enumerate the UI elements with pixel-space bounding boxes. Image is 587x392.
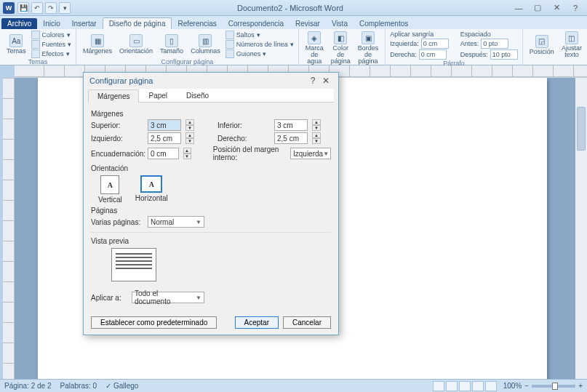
- page-color-button[interactable]: ◧Color de página: [329, 31, 353, 65]
- breaks-button[interactable]: Saltos ▾: [225, 31, 294, 39]
- bottom-margin-label: Inferior:: [217, 121, 270, 129]
- zoom-in-button[interactable]: +: [578, 382, 583, 390]
- hyphenation-button[interactable]: Guiones ▾: [225, 49, 294, 58]
- view-fullscreen-button[interactable]: [446, 381, 458, 391]
- orientation-icon: ▭: [129, 34, 143, 47]
- vertical-scrollbar[interactable]: [575, 78, 587, 379]
- ribbon-group-themes: Aa Temas Colores ▾ Fuentes ▾ Efectos ▾ T…: [0, 29, 76, 65]
- ribbon-group-arrange: ◲Posición ◫Ajustar texto Traer adelante …: [523, 29, 587, 65]
- tab-review[interactable]: Revisar: [289, 18, 326, 29]
- orientation-landscape[interactable]: A Horizontal: [135, 175, 168, 204]
- fonts-icon: [31, 40, 40, 49]
- window-title: Documento2 - Microsoft Word: [71, 4, 510, 12]
- qat-more-icon[interactable]: ▾: [59, 2, 71, 14]
- tab-view[interactable]: Vista: [326, 18, 354, 29]
- dialog-title-bar[interactable]: Configurar página ? ✕: [84, 73, 338, 89]
- tab-insert[interactable]: Insertar: [66, 18, 103, 29]
- tab-file[interactable]: Archivo: [1, 18, 37, 29]
- apply-to-combo[interactable]: Todo el documento▼: [132, 292, 204, 303]
- tab-references[interactable]: Referencias: [172, 18, 222, 29]
- top-margin-input[interactable]: 3 cm: [148, 119, 181, 131]
- status-bar: Página: 2 de 2 Palabras: 0 ✓ Gallego 100…: [0, 379, 587, 392]
- right-margin-spinner[interactable]: ▲▼: [312, 132, 321, 144]
- gutter-position-label: Posición del margen interno:: [213, 145, 286, 161]
- left-margin-input[interactable]: 2,5 cm: [148, 132, 181, 144]
- dialog-tab-margins[interactable]: Márgenes: [88, 89, 139, 103]
- vertical-ruler[interactable]: [3, 78, 15, 379]
- borders-icon: ▣: [362, 31, 375, 44]
- pages-section-label: Páginas: [91, 207, 331, 215]
- breaks-icon: [225, 31, 234, 39]
- indent-title: Aplicar sangría: [390, 31, 449, 38]
- line-numbers-button[interactable]: Números de línea ▾: [225, 40, 294, 49]
- margins-button[interactable]: ▦Márgenes: [81, 33, 114, 55]
- view-print-layout-button[interactable]: [433, 381, 444, 391]
- view-draft-button[interactable]: [485, 381, 497, 391]
- gutter-label: Encuadernación:: [91, 150, 143, 158]
- bottom-margin-input[interactable]: 3 cm: [274, 119, 308, 131]
- set-default-button[interactable]: Establecer como predeterminado: [91, 316, 217, 329]
- zoom-value[interactable]: 100%: [503, 382, 522, 390]
- gutter-spinner[interactable]: ▲▼: [183, 148, 191, 159]
- dialog-tab-layout[interactable]: Diseño: [177, 89, 218, 102]
- effects-icon: [31, 49, 40, 58]
- columns-button[interactable]: ▥Columnas: [188, 33, 223, 55]
- zoom-out-button[interactable]: −: [524, 382, 529, 390]
- status-language[interactable]: ✓ Gallego: [105, 382, 138, 390]
- view-web-button[interactable]: [459, 381, 471, 391]
- orientation-section-label: Orientación: [91, 164, 331, 172]
- view-outline-button[interactable]: [472, 381, 484, 391]
- orientation-portrait[interactable]: A Vertical: [98, 175, 122, 204]
- zoom-slider-knob[interactable]: [552, 383, 558, 390]
- dialog-close-button[interactable]: ✕: [319, 76, 332, 86]
- chevron-down-icon: ▼: [196, 219, 201, 225]
- zoom-slider[interactable]: [532, 385, 575, 388]
- dialog-tab-paper[interactable]: Papel: [139, 89, 177, 102]
- spacing-after-input[interactable]: 10 pto: [490, 49, 518, 60]
- undo-icon[interactable]: ↶: [31, 2, 43, 14]
- wrap-text-button[interactable]: ◫Ajustar texto: [559, 31, 584, 59]
- theme-colors-button[interactable]: Colores ▾: [31, 31, 72, 39]
- redo-icon[interactable]: ↷: [45, 2, 57, 14]
- cancel-button[interactable]: Cancelar: [283, 316, 331, 329]
- close-button[interactable]: ✕: [548, 2, 565, 14]
- right-margin-label: Derecho:: [217, 135, 270, 143]
- themes-button[interactable]: Aa Temas: [4, 33, 28, 55]
- dialog-help-button[interactable]: ?: [306, 76, 319, 86]
- tab-page-layout[interactable]: Diseño de página: [103, 17, 172, 29]
- tab-home[interactable]: Inicio: [37, 18, 65, 29]
- bottom-margin-spinner[interactable]: ▲▼: [312, 119, 321, 131]
- maximize-button[interactable]: ▢: [529, 2, 546, 14]
- size-button[interactable]: ▯Tamaño: [158, 33, 185, 55]
- gutter-input[interactable]: 0 cm: [148, 148, 179, 159]
- help-button[interactable]: ?: [567, 2, 584, 14]
- tab-addins[interactable]: Complementos: [354, 18, 414, 29]
- left-margin-label: Izquierdo:: [91, 135, 143, 143]
- position-button[interactable]: ◲Posición: [527, 34, 556, 56]
- margins-icon: ▦: [91, 34, 104, 47]
- minimize-button[interactable]: —: [510, 2, 527, 14]
- scroll-thumb[interactable]: [577, 107, 586, 151]
- theme-fonts-button[interactable]: Fuentes ▾: [31, 40, 72, 49]
- theme-effects-button[interactable]: Efectos ▾: [31, 49, 72, 58]
- status-pages[interactable]: Página: 2 de 2: [4, 382, 52, 390]
- left-margin-spinner[interactable]: ▲▼: [185, 132, 194, 144]
- gutter-position-combo[interactable]: Izquierda▼: [290, 148, 331, 159]
- spacing-before-input[interactable]: 0 pto: [481, 39, 508, 49]
- multiple-pages-combo[interactable]: Normal▼: [148, 216, 204, 228]
- indent-left-input[interactable]: 0 cm: [421, 39, 449, 49]
- top-margin-spinner[interactable]: ▲▼: [185, 119, 194, 131]
- watermark-button[interactable]: ◈Marca de agua: [303, 31, 326, 65]
- orientation-button[interactable]: ▭Orientación: [117, 33, 155, 55]
- status-words[interactable]: Palabras: 0: [60, 382, 97, 390]
- tab-mailings[interactable]: Correspondencia: [223, 18, 289, 29]
- save-icon[interactable]: 💾: [17, 2, 29, 14]
- ribbon-group-paragraph: Aplicar sangría Izquierda:0 cm Derecha:0…: [386, 29, 523, 65]
- dialog-title: Configurar página: [89, 76, 153, 85]
- group-label-page-setup: Configurar página: [81, 58, 294, 65]
- indent-right-input[interactable]: 0 cm: [419, 49, 447, 60]
- page-borders-button[interactable]: ▣Bordes de página: [356, 31, 381, 65]
- ok-button[interactable]: Aceptar: [235, 316, 279, 329]
- size-icon: ▯: [165, 34, 178, 47]
- right-margin-input[interactable]: 2,5 cm: [274, 132, 308, 144]
